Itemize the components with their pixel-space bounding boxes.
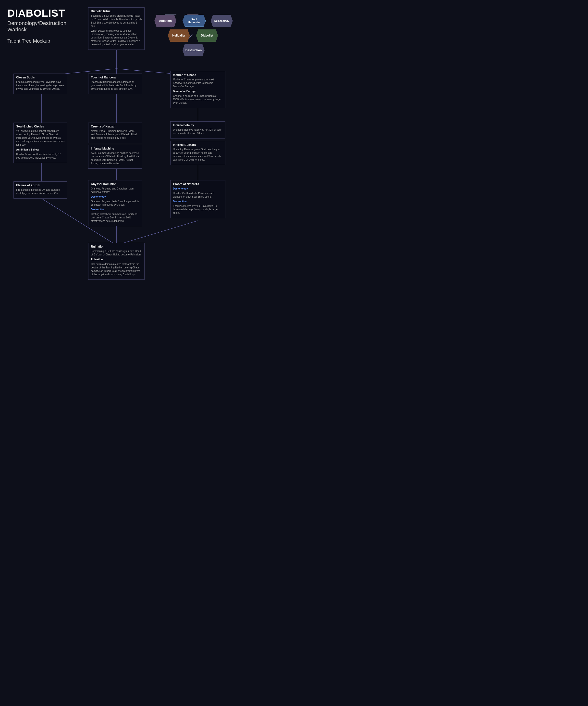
cloven-souls-title: Cloven Souls xyxy=(16,76,65,79)
card-touch-rancora: Touch of Rancora Diabolic Ritual increas… xyxy=(88,74,142,94)
infernal-machine-body: Your Soul Shard spending abilities decre… xyxy=(91,152,139,165)
card-cruelty-kerxan: Cruelty of Kerxan Nether Portal, Summon … xyxy=(88,123,142,143)
soul-etched-title: Soul-Etched Circles xyxy=(16,125,65,128)
spec-nodes: Affliction Soul Harvester Demonology Hel… xyxy=(144,7,243,61)
cruelty-kerxan-title: Cruelty of Kerxan xyxy=(91,125,139,128)
cruelty-kerxan-body: Nether Portal, Summon Demonic Tyrant, an… xyxy=(91,129,139,140)
spec-demonology[interactable]: Demonology xyxy=(211,15,233,27)
card-ruination: Ruination Summoning a Pit Lord causes yo… xyxy=(88,243,144,280)
spec-destruction[interactable]: Destruction xyxy=(182,44,205,56)
ruination-body: Summoning a Pit Lord causes your next Ha… xyxy=(91,249,142,276)
card-mother-chaos: Mother of Chaos Mother of Chaos empowers… xyxy=(170,71,225,108)
abyssal-dominion-body: Grimoire: Felguard and Cataclysm gain ad… xyxy=(91,187,139,223)
card-soul-etched: Soul-Etched Circles You always gain the … xyxy=(13,123,68,163)
mother-chaos-title: Mother of Chaos xyxy=(173,73,223,77)
gloom-nathreza-body: Demonology Hand of Gul'dan deals 15% inc… xyxy=(173,187,223,215)
title-area: DIABOLIST Demonology/Destruction Warlock… xyxy=(7,7,67,44)
page-title: DIABOLIST xyxy=(7,7,67,19)
infernal-bulwark-title: Infernal Bulwark xyxy=(173,143,223,147)
spec-diabolist[interactable]: Diabolist xyxy=(196,30,218,42)
mother-chaos-body: Mother of Chaos empowers your next Shado… xyxy=(173,78,223,105)
infernal-vitality-title: Infernal Vitality xyxy=(173,124,223,127)
flames-xoroth-title: Flames of Xoroth xyxy=(16,184,65,187)
flames-xoroth-body: Fire damage increased 2% and damage deal… xyxy=(16,188,65,195)
diabolic-ritual-title: Diabolic Ritual xyxy=(91,9,142,13)
spec-hellcaller[interactable]: Hellcaller xyxy=(168,30,190,42)
infernal-machine-title: Infernal Machine xyxy=(91,147,139,150)
infernal-vitality-body: Unending Resolve heals you for 30% of yo… xyxy=(173,128,223,135)
card-infernal-machine: Infernal Machine Your Soul Shard spendin… xyxy=(88,145,142,169)
card-cloven-souls: Cloven Souls Enemies damaged by your Ove… xyxy=(13,74,68,94)
card-gloom-nathreza: Gloom of Nathreza Demonology Hand of Gul… xyxy=(170,180,225,218)
cloven-souls-body: Enemies damaged by your Overlord have th… xyxy=(16,80,65,91)
card-infernal-bulwark: Infernal Bulwark Unending Resolve grants… xyxy=(170,141,225,165)
touch-rancora-body: Diabolic Ritual increases the damage of … xyxy=(91,80,139,91)
infernal-bulwark-body: Unending Resolve grants Soul Leech equal… xyxy=(173,148,223,162)
soul-etched-body: You always gain the benefit of Soulburn … xyxy=(16,129,65,160)
card-diabolic-ritual: Diabolic Ritual Spending a Soul Shard gr… xyxy=(88,7,144,50)
card-flames-xoroth: Flames of Xoroth Fire damage increased 2… xyxy=(13,182,68,199)
card-infernal-vitality: Infernal Vitality Unending Resolve heals… xyxy=(170,121,225,139)
card-abyssal-dominion: Abyssal Dominion Grimoire: Felguard and … xyxy=(88,180,142,226)
spec-affliction[interactable]: Affliction xyxy=(154,15,176,27)
page-mockup-label: Talent Tree Mockup xyxy=(7,38,67,44)
page-container: DIABOLIST Demonology/Destruction Warlock… xyxy=(0,0,245,294)
gloom-nathreza-title: Gloom of Nathreza xyxy=(173,182,223,186)
page-subtitle: Demonology/Destruction Warlock xyxy=(7,20,67,33)
abyssal-dominion-title: Abyssal Dominion xyxy=(91,182,139,186)
spec-soul-harvester[interactable]: Soul Harvester xyxy=(182,15,206,27)
diabolic-ritual-body: Spending a Soul Shard grants Diabolic Ri… xyxy=(91,14,142,46)
ruination-title: Ruination xyxy=(91,245,142,248)
touch-rancora-title: Touch of Rancora xyxy=(91,76,139,79)
